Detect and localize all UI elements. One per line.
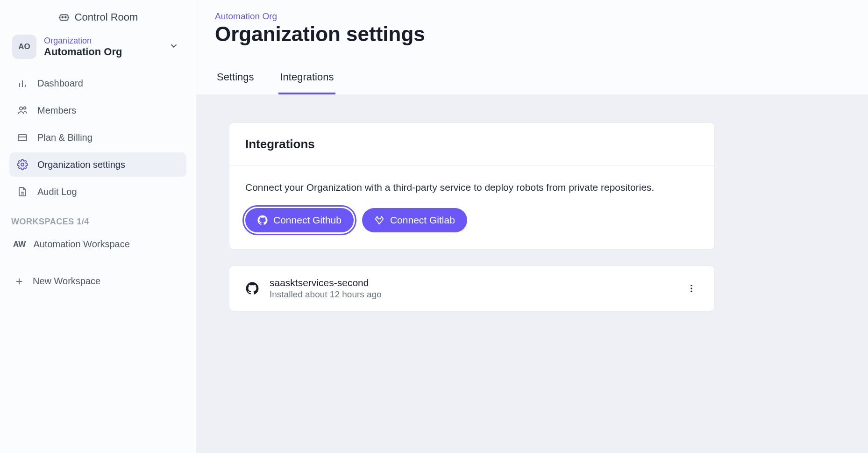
svg-point-2 bbox=[64, 17, 66, 18]
github-icon bbox=[257, 215, 268, 225]
sidebar-item-audit-log[interactable]: Audit Log bbox=[9, 180, 186, 204]
button-label: Connect Gitlab bbox=[390, 215, 455, 226]
document-icon bbox=[17, 186, 28, 197]
svg-point-3 bbox=[20, 107, 22, 110]
connection-card: saasktservices-second Installed about 12… bbox=[229, 266, 715, 311]
content-area: Integrations Connect your Organization w… bbox=[196, 94, 868, 453]
svg-point-9 bbox=[690, 290, 692, 292]
card-body: Connect your Organization with a third-p… bbox=[229, 166, 714, 249]
svg-point-6 bbox=[21, 163, 24, 166]
connection-name: saasktservices-second bbox=[270, 277, 674, 288]
sidebar-item-dashboard[interactable]: Dashboard bbox=[9, 71, 186, 95]
chart-bar-icon bbox=[17, 78, 28, 89]
tab-integrations[interactable]: Integrations bbox=[278, 65, 336, 94]
sidebar-item-label: Members bbox=[37, 105, 76, 116]
connection-subtitle: Installed about 12 hours ago bbox=[270, 289, 674, 300]
connection-text: saasktservices-second Installed about 12… bbox=[270, 277, 674, 300]
workspace-name: Automation Workspace bbox=[33, 239, 129, 250]
svg-rect-0 bbox=[60, 15, 68, 21]
workspace-avatar: AW bbox=[13, 240, 26, 249]
new-workspace-button[interactable]: New Workspace bbox=[9, 269, 186, 293]
svg-point-4 bbox=[24, 107, 26, 109]
sidebar-item-label: Audit Log bbox=[37, 187, 77, 197]
breadcrumb[interactable]: Automation Org bbox=[215, 11, 277, 22]
card-header: Integrations bbox=[229, 123, 714, 166]
tab-settings[interactable]: Settings bbox=[215, 65, 256, 94]
gear-icon bbox=[17, 159, 28, 170]
integrations-card: Integrations Connect your Organization w… bbox=[229, 122, 715, 250]
connect-gitlab-button[interactable]: Connect Gitlab bbox=[362, 208, 467, 232]
sidebar-item-label: Dashboard bbox=[37, 78, 83, 89]
sidebar-item-label: Organization settings bbox=[37, 159, 125, 170]
svg-point-7 bbox=[690, 284, 692, 286]
gitlab-icon bbox=[374, 215, 384, 225]
main-header: Automation Org Organization settings Set… bbox=[196, 0, 868, 94]
app-header: Control Room bbox=[9, 7, 186, 32]
org-avatar: AO bbox=[12, 35, 36, 59]
button-row: Connect Github Connect Gitlab bbox=[245, 208, 698, 232]
card-description: Connect your Organization with a third-p… bbox=[245, 180, 698, 195]
connect-github-button[interactable]: Connect Github bbox=[245, 208, 354, 232]
sidebar-item-org-settings[interactable]: Organization settings bbox=[9, 152, 186, 177]
workspaces-header: WORKSPACES 1/4 bbox=[11, 217, 185, 227]
button-label: Connect Github bbox=[273, 215, 342, 226]
new-workspace-label: New Workspace bbox=[33, 276, 100, 287]
workspace-item[interactable]: AW Automation Workspace bbox=[9, 233, 186, 255]
sidebar-item-members[interactable]: Members bbox=[9, 98, 186, 122]
page-title: Organization settings bbox=[215, 22, 849, 46]
app-name: Control Room bbox=[75, 11, 138, 23]
svg-rect-5 bbox=[18, 135, 27, 141]
org-selector[interactable]: AO Organization Automation Org bbox=[9, 32, 186, 62]
sidebar: Control Room AO Organization Automation … bbox=[0, 0, 196, 453]
org-text: Organization Automation Org bbox=[44, 36, 161, 58]
svg-point-1 bbox=[62, 17, 63, 18]
kebab-menu-icon[interactable] bbox=[684, 281, 698, 295]
users-icon bbox=[17, 105, 28, 116]
tabs: Settings Integrations bbox=[215, 65, 849, 94]
main: Automation Org Organization settings Set… bbox=[196, 0, 868, 453]
credit-card-icon bbox=[17, 132, 28, 143]
chevron-down-icon bbox=[169, 41, 184, 53]
plus-icon bbox=[14, 276, 24, 287]
card-title: Integrations bbox=[245, 137, 698, 151]
org-label: Organization bbox=[44, 36, 161, 46]
nav-list: Dashboard Members Plan & Billing Organiz… bbox=[9, 71, 186, 204]
sidebar-item-plan-billing[interactable]: Plan & Billing bbox=[9, 125, 186, 150]
sidebar-item-label: Plan & Billing bbox=[37, 132, 92, 143]
github-icon bbox=[245, 281, 259, 295]
svg-point-8 bbox=[690, 288, 692, 289]
org-name: Automation Org bbox=[44, 46, 161, 58]
robot-icon bbox=[58, 11, 70, 23]
connection-row: saasktservices-second Installed about 12… bbox=[229, 266, 714, 311]
